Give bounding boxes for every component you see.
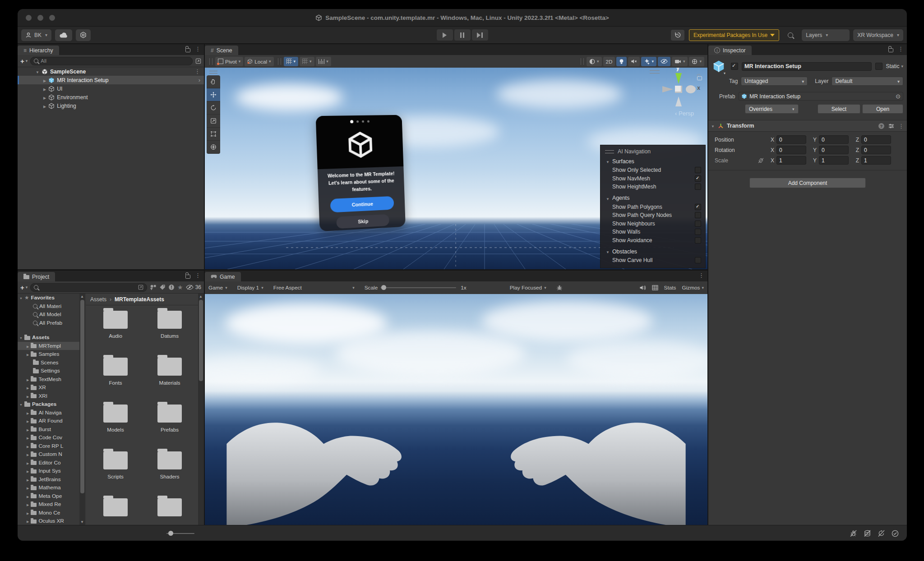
perspective-label[interactable]: ‹ Persp [675,110,694,117]
tab-hierarchy[interactable]: ≡ Hierarchy [18,46,59,55]
expander-icon[interactable] [43,77,46,83]
layout-dropdown[interactable]: XR Workspace [853,29,903,41]
position-z-field[interactable]: 0 [861,135,891,144]
view-tool-button[interactable] [207,75,220,88]
layer-dropdown[interactable]: Default [832,77,903,86]
scale-slider-knob[interactable] [381,285,386,290]
display-dropdown[interactable]: Display 1▾ [237,285,263,291]
alert-icon[interactable] [168,284,175,290]
select-button[interactable]: Select [818,104,861,114]
tab-game[interactable]: Game [205,272,241,281]
rotation-z-field[interactable]: 0 [861,146,891,154]
effects-dropdown[interactable]: ▾ [641,57,656,66]
static-checkbox[interactable] [875,63,882,70]
experimental-packages-badge[interactable]: Experimental Packages In Use [689,29,779,41]
search-by-label-icon[interactable] [159,284,166,290]
scale-tool-button[interactable] [207,115,220,128]
tree-xr[interactable]: XR [18,383,79,392]
tree-mono-cecil[interactable]: Mono Ce [18,509,79,517]
tree-packages[interactable]: Packages [18,400,79,409]
tree-textmeshpro[interactable]: TextMesh [18,375,79,384]
chevron-down-icon[interactable]: ▾ [724,71,725,75]
tree-input-system[interactable]: Input Sys [18,467,79,475]
scroll-up-icon[interactable]: ▲ [80,294,84,299]
tree-custom-nunit[interactable]: Custom N [18,450,79,459]
hierarchy-row-lighting[interactable]: Lighting [18,101,204,110]
static-dropdown-icon[interactable]: ▾ [901,64,903,69]
scene-viewport[interactable]: y x ‹ Persp [205,68,707,269]
checkbox[interactable] [695,212,701,218]
undo-history-button[interactable] [671,30,684,41]
folder-models[interactable]: Models [88,405,143,451]
expander-icon[interactable] [43,94,46,101]
tree-mixed-reality[interactable]: Mixed Re [18,500,79,509]
scale-y-field[interactable]: 1 [819,156,849,165]
tag-dropdown[interactable]: Untagged [741,77,808,86]
folder-prefabs[interactable]: Prefabs [143,405,197,451]
project-tree-scrollbar[interactable]: ▲ ▼ [79,294,85,525]
checkbox[interactable] [695,204,701,210]
checkbox[interactable] [695,175,701,182]
toggle-show-carve-hull[interactable]: Show Carve Hull [601,256,705,265]
object-name-field[interactable]: MR Interaction Setup [742,62,872,71]
tree-ai-navigation[interactable]: AI Naviga [18,409,79,417]
expander-icon[interactable] [43,103,46,109]
tree-mrtemplateassets[interactable]: MRTempl [18,342,79,350]
skip-button[interactable]: Skip [336,214,389,229]
hidden-count-toggle[interactable]: 36 [186,284,201,290]
tree-all-models[interactable]: All Model [18,310,79,319]
grid-snap-toggle[interactable]: ▾ [284,57,299,66]
overlay-drag-handle[interactable] [605,150,614,153]
content-scrollbar[interactable]: ▲ [198,294,204,525]
toggle-show-neighbours[interactable]: Show Neighbours [601,220,705,228]
position-x-field[interactable]: 0 [776,135,806,144]
step-button[interactable] [472,29,488,41]
focus-mode-dropdown[interactable]: Play Focused▾ [510,285,546,291]
breadcrumb-current[interactable]: MRTemplateAssets [115,296,164,303]
scene-menu-icon[interactable] [194,68,200,75]
snap-increment-dropdown[interactable]: ▾ [316,57,331,66]
gizmo-lock-icon[interactable] [697,76,702,80]
gizmo-down-axis[interactable] [675,97,682,106]
audio-toggle[interactable] [628,57,640,66]
version-control-button[interactable] [76,29,91,41]
hierarchy-row-ui[interactable]: UI [18,84,204,93]
pause-button[interactable] [454,29,471,41]
rect-tool-button[interactable] [207,128,220,141]
asset-zoom-slider[interactable] [166,533,194,534]
gizmo-x-axis[interactable] [686,85,696,93]
game-mode-dropdown[interactable]: Game▾ [208,285,227,291]
debugger-disabled-icon[interactable] [850,530,857,537]
toggle-show-avoidance[interactable]: Show Avoidance [601,236,705,245]
open-button[interactable]: Open [862,104,903,114]
panel-menu-icon[interactable] [195,272,201,279]
auto-refresh-disabled-icon[interactable] [878,530,885,537]
folder-partial[interactable] [143,498,197,525]
gizmo-center-cube[interactable] [675,86,682,93]
active-checkbox[interactable] [731,63,738,70]
tree-mathematics[interactable]: Mathema [18,483,79,492]
scale-x-field[interactable]: 1 [776,156,806,165]
aspect-dropdown[interactable]: Free Aspect▾ [273,285,355,291]
project-content[interactable]: Assets › MRTemplateAssets Audio Datums F… [86,294,204,525]
scale-z-field[interactable]: 1 [861,156,891,165]
shading-mode-dropdown[interactable]: ▾ [587,57,602,66]
folder-fonts[interactable]: Fonts [88,358,143,405]
hidden-objects-toggle[interactable] [658,57,670,66]
tree-oculus-xr[interactable]: Oculus XR [18,517,79,525]
tree-meta-openxr[interactable]: Meta Ope [18,492,79,501]
overlay-drag-handle[interactable] [650,70,660,74]
section-surfaces[interactable]: Surfaces [601,156,705,166]
toggle-show-only-selected[interactable]: Show Only Selected [601,166,705,175]
tab-scene[interactable]: # Scene [205,46,238,55]
cache-server-disabled-icon[interactable] [864,530,871,537]
presets-icon[interactable] [888,124,894,129]
overrides-dropdown[interactable]: Overrides▾ [745,104,799,114]
tree-all-materials[interactable]: All Materi [18,302,79,311]
folder-materials[interactable]: Materials [143,358,197,405]
panel-menu-icon[interactable] [195,46,201,52]
tree-xri[interactable]: XRI [18,392,79,400]
toggle-show-path-polygons[interactable]: Show Path Polygons [601,203,705,212]
layers-dropdown[interactable]: Layers [802,29,850,41]
position-y-field[interactable]: 0 [819,135,849,144]
